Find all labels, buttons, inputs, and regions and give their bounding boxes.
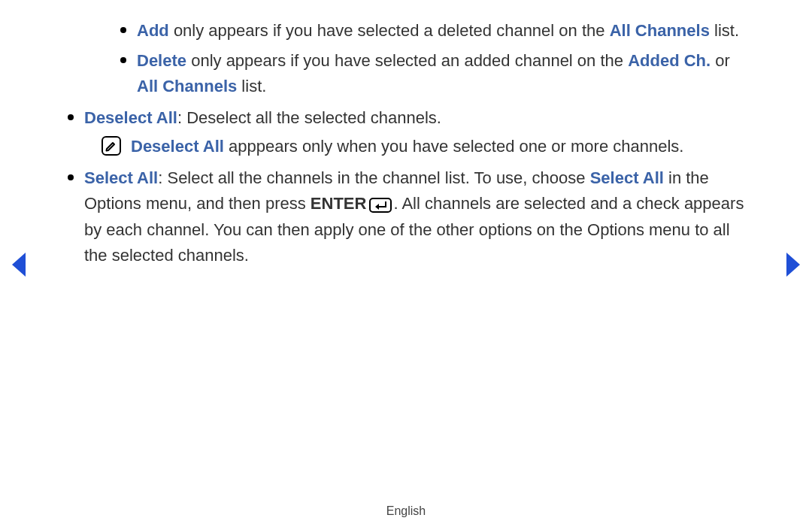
keyword-all-channels: All Channels — [137, 77, 237, 95]
bullet-delete: Delete only appears if you have selected… — [120, 48, 744, 99]
main-bullet-list: Deselect All: Deselect all the selected … — [68, 105, 744, 268]
keyword-deselect-all: Deselect All — [131, 137, 224, 156]
manual-page-content: Add only appears if you have selected a … — [68, 18, 744, 274]
text: list. — [237, 77, 266, 95]
text: apppears only when you have selected one… — [224, 137, 684, 156]
nav-prev-button[interactable] — [9, 251, 29, 278]
note-text: Deselect All apppears only when you have… — [131, 134, 683, 159]
bullet-add: Add only appears if you have selected a … — [120, 18, 744, 44]
bullet-select-all: Select All: Select all the channels in t… — [68, 165, 744, 268]
keyword-delete: Delete — [137, 51, 186, 70]
keyword-deselect-all: Deselect All — [84, 108, 177, 127]
text: only appears if you have selected a dele… — [169, 21, 610, 40]
footer-language: English — [0, 504, 812, 518]
text: list. — [710, 21, 739, 40]
text: only appears if you have selected an add… — [186, 51, 628, 70]
text: : Deselect all the selected channels. — [177, 108, 441, 127]
bullet-deselect-all: Deselect All: Deselect all the selected … — [68, 105, 744, 159]
key-enter: ENTER — [311, 194, 367, 213]
note-row: Deselect All apppears only when you have… — [101, 134, 744, 159]
keyword-added-ch: Added Ch. — [628, 51, 710, 70]
keyword-select-all: Select All — [84, 168, 158, 187]
keyword-select-all: Select All — [590, 168, 664, 187]
text: or — [710, 51, 730, 70]
note-pencil-icon — [101, 135, 122, 156]
svg-rect-1 — [370, 198, 391, 212]
keyword-all-channels: All Channels — [610, 21, 710, 40]
keyword-add: Add — [137, 21, 169, 40]
nav-next-button[interactable] — [783, 251, 803, 278]
enter-key-icon — [369, 192, 392, 217]
text: : Select all the channels in the channel… — [158, 168, 589, 187]
svg-rect-0 — [102, 137, 120, 155]
sub-bullet-list: Add only appears if you have selected a … — [68, 18, 744, 99]
